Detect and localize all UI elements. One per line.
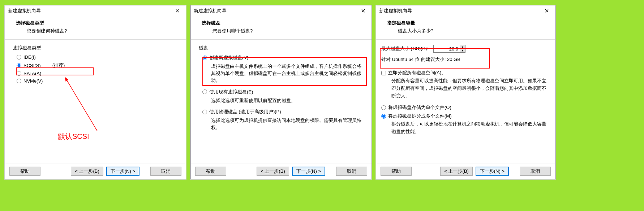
- cancel-button[interactable]: 取消: [150, 167, 181, 176]
- close-icon: [545, 9, 549, 13]
- wizard-header: 选择磁盘 您要使用哪个磁盘?: [191, 16, 372, 40]
- radio-option-store-split[interactable]: 将虚拟磁盘拆分成多个文件(M): [381, 112, 550, 120]
- radio-label-create-new: 创建新虚拟磁盘(V): [209, 54, 248, 61]
- radio-store-single[interactable]: [381, 105, 386, 110]
- max-size-label: 最大磁盘大小 (GB)(S):: [381, 45, 428, 52]
- content-area: 磁盘 创建新虚拟磁盘(V) 虚拟磁盘由主机文件系统上的一个或多个文件组成，客户机…: [191, 40, 372, 138]
- checkbox-allocate-now-label: 立即分配所有磁盘空间(A)。: [388, 70, 446, 76]
- close-button[interactable]: [358, 7, 369, 15]
- wizard-step-title: 指定磁盘容量: [387, 20, 549, 26]
- radio-option-use-existing[interactable]: 使用现有虚拟磁盘(E): [199, 88, 365, 96]
- radio-option-scsi[interactable]: SCSI(S) (推荐): [13, 61, 179, 70]
- wizard-dialog-disk-capacity: 新建虚拟机向导 指定磁盘容量 磁盘大小为多少? 最大磁盘大小 (GB)(S): …: [376, 5, 555, 179]
- close-icon: [176, 9, 179, 13]
- next-button[interactable]: 下一步(N) >: [476, 167, 509, 176]
- radio-option-use-physical[interactable]: 使用物理磁盘 (适用于高级用户)(P): [199, 107, 365, 116]
- spinner-down-icon[interactable]: ▼: [460, 49, 465, 53]
- radio-store-split[interactable]: [381, 114, 386, 119]
- wizard-dialog-select-disk: 新建虚拟机向导 选择磁盘 您要使用哪个磁盘? 磁盘 创建新虚拟磁盘(V) 虚拟磁…: [190, 5, 372, 179]
- group-label-disk-type: 虚拟磁盘类型: [13, 45, 179, 51]
- next-button[interactable]: 下一步(N) >: [106, 167, 139, 176]
- spinner-buttons[interactable]: ▲ ▼: [460, 45, 465, 52]
- window-title: 新建虚拟机向导: [194, 8, 227, 14]
- cancel-button[interactable]: 取消: [520, 167, 551, 176]
- radio-create-new[interactable]: [202, 56, 207, 60]
- desc-store-split: 拆分磁盘后，可以更轻松地在计算机之间移动虚拟机，但可能会降低大容量磁盘的性能。: [381, 120, 550, 136]
- window-title: 新建虚拟机向导: [379, 8, 412, 14]
- desc-create-new: 虚拟磁盘由主机文件系统上的一个或多个文件组成，客户机操作系统会将其视为单个硬盘。…: [199, 62, 365, 88]
- back-button[interactable]: < 上一步(B): [440, 167, 473, 176]
- radio-label-use-existing: 使用现有虚拟磁盘(E): [209, 89, 253, 95]
- radio-ide[interactable]: [17, 55, 21, 60]
- help-button[interactable]: 帮助: [9, 167, 40, 176]
- help-button[interactable]: 帮助: [381, 167, 412, 176]
- radio-label-ide: IDE(I): [23, 54, 36, 60]
- desc-use-existing: 选择此选项可重新使用以前配置的磁盘。: [199, 96, 365, 108]
- close-button[interactable]: [541, 7, 552, 15]
- desc-allocate-now: 分配所有容量可以提高性能，但要求所有物理磁盘空间立即可用。如果不立即分配所有空间…: [381, 77, 550, 100]
- button-bar: 帮助 < 上一步(B) 下一步(N) > 取消: [191, 163, 372, 179]
- button-bar: 帮助 < 上一步(B) 下一步(N) > 取消: [376, 163, 555, 179]
- cancel-button[interactable]: 取消: [336, 167, 367, 176]
- wizard-step-subtitle: 您要使用哪个磁盘?: [202, 28, 365, 34]
- help-button[interactable]: 帮助: [195, 167, 226, 176]
- back-button[interactable]: < 上一步(B): [257, 167, 289, 176]
- radio-sata[interactable]: [17, 71, 21, 76]
- content-area: 虚拟磁盘类型 IDE(I) SCSI(S) (推荐) SATA(A) NVMe(…: [5, 40, 186, 88]
- radio-label-scsi: SCSI(S): [23, 63, 41, 68]
- radio-option-create-new[interactable]: 创建新虚拟磁盘(V): [199, 53, 365, 62]
- radio-label-use-physical: 使用物理磁盘 (适用于高级用户)(P): [209, 109, 281, 115]
- wizard-step-subtitle: 您要创建何种磁盘?: [16, 28, 179, 34]
- recommendation-text: 针对 Ubuntu 64 位 的建议大小: 20 GB: [381, 56, 550, 63]
- titlebar: 新建虚拟机向导: [376, 5, 555, 16]
- close-button[interactable]: [172, 7, 183, 15]
- radio-use-physical[interactable]: [202, 110, 207, 114]
- checkbox-allocate-now[interactable]: [381, 71, 386, 75]
- wizard-dialog-disk-type: 新建虚拟机向导 选择磁盘类型 您要创建何种磁盘? 虚拟磁盘类型 IDE(I) S…: [5, 5, 186, 179]
- desc-use-physical: 选择此选项可为虚拟机提供直接访问本地硬盘的权限。需要具有管理员特权。: [199, 116, 365, 135]
- spinner-up-icon[interactable]: ▲: [460, 45, 465, 49]
- max-size-input[interactable]: [434, 45, 460, 52]
- radio-scsi-recommended: (推荐): [52, 62, 65, 69]
- radio-label-store-single: 将虚拟磁盘存储为单个文件(O): [388, 104, 451, 111]
- wizard-header: 选择磁盘类型 您要创建何种磁盘?: [5, 16, 186, 40]
- radio-option-store-single[interactable]: 将虚拟磁盘存储为单个文件(O): [381, 103, 550, 112]
- back-button[interactable]: < 上一步(B): [71, 167, 103, 176]
- radio-nvme[interactable]: [17, 79, 21, 83]
- radio-scsi[interactable]: [17, 63, 21, 68]
- wizard-header: 指定磁盘容量 磁盘大小为多少?: [376, 16, 555, 40]
- radio-option-nvme[interactable]: NVMe(V): [13, 77, 179, 85]
- content-area: 最大磁盘大小 (GB)(S): ▲ ▼ 针对 Ubuntu 64 位 的建议大小…: [376, 40, 555, 139]
- radio-option-sata[interactable]: SATA(A): [13, 70, 179, 77]
- radio-use-existing[interactable]: [202, 89, 207, 94]
- close-icon: [361, 9, 365, 13]
- radio-option-ide[interactable]: IDE(I): [13, 53, 179, 61]
- wizard-step-subtitle: 磁盘大小为多少?: [387, 28, 549, 34]
- radio-label-store-split: 将虚拟磁盘拆分成多个文件(M): [388, 113, 452, 119]
- group-label-disk: 磁盘: [199, 45, 365, 51]
- max-size-row: 最大磁盘大小 (GB)(S): ▲ ▼: [381, 45, 550, 53]
- window-title: 新建虚拟机向导: [8, 8, 41, 14]
- checkbox-allocate-now-row[interactable]: 立即分配所有磁盘空间(A)。: [381, 69, 550, 77]
- radio-label-nvme: NVMe(V): [23, 78, 43, 84]
- titlebar: 新建虚拟机向导: [191, 5, 372, 16]
- wizard-step-title: 选择磁盘类型: [16, 20, 179, 26]
- next-button[interactable]: 下一步(N) >: [292, 167, 325, 176]
- wizard-step-title: 选择磁盘: [202, 20, 365, 26]
- max-size-spinner[interactable]: ▲ ▼: [433, 45, 465, 53]
- titlebar: 新建虚拟机向导: [5, 5, 186, 16]
- button-bar: 帮助 < 上一步(B) 下一步(N) > 取消: [5, 163, 186, 179]
- annotation-text: 默认SCSI: [58, 132, 89, 141]
- radio-label-sata: SATA(A): [23, 71, 41, 76]
